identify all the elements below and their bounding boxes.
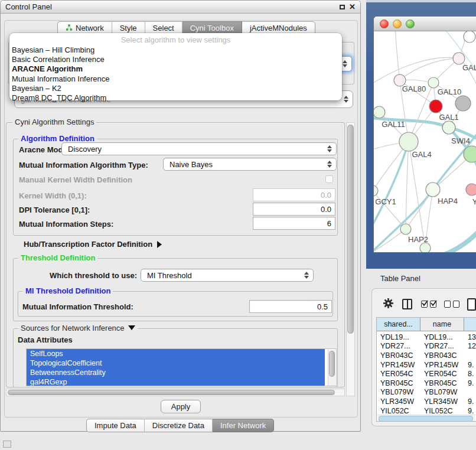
resize-grip[interactable]	[3, 441, 11, 448]
table-row[interactable]: YER054CYER054C8.	[377, 369, 476, 379]
network-canvas[interactable]: GALGAL80GAL10GAL1GAL11SWI4GAL4GCY1HAP4YH…	[374, 31, 476, 253]
combo-stepper-icon[interactable]	[341, 91, 353, 107]
deselect-checkbox-icon[interactable]	[444, 301, 451, 308]
mi-threshold-field[interactable]: 0.5	[249, 300, 332, 313]
select-all-checkbox-icon[interactable]	[421, 301, 428, 308]
tab-impute-data[interactable]: Impute Data	[86, 419, 145, 432]
network-node-gal10[interactable]	[428, 77, 439, 88]
network-node-gal4[interactable]	[399, 132, 418, 151]
column-header[interactable]: name	[420, 318, 464, 331]
node-label: GAL10	[438, 87, 461, 96]
combo-stepper-icon[interactable]	[324, 143, 336, 155]
table-horizontal-scrollbar[interactable]	[377, 415, 475, 422]
table-row[interactable]: YDL19...YDL19...13	[377, 332, 476, 342]
group-title: MI Threshold Definition	[23, 286, 113, 295]
scrollbar-thumb[interactable]	[347, 125, 354, 334]
network-node[interactable]	[455, 96, 471, 111]
split-columns-icon[interactable]	[402, 299, 412, 309]
column-header[interactable]: shared...	[377, 318, 420, 331]
network-node-gal[interactable]	[453, 53, 465, 64]
algorithm-option[interactable]: ARACNE Algorithm	[12, 64, 340, 74]
table-row[interactable]: YBL079WYBL079W	[377, 388, 476, 397]
new-table-icon[interactable]	[467, 298, 476, 311]
tab-infer-network[interactable]: Infer Network	[213, 419, 274, 432]
tab-discretize-data[interactable]: Discretize Data	[145, 419, 213, 432]
apply-button[interactable]: Apply	[161, 400, 201, 413]
network-node-gal1[interactable]	[429, 100, 442, 113]
attribute-item[interactable]: BetweennessCentrality	[27, 368, 325, 377]
algorithm-option[interactable]: Basic Correlation Inference	[12, 55, 340, 64]
expand-right-icon[interactable]	[157, 241, 162, 248]
mi-threshold-label: Mutual Information Threshold:	[22, 302, 133, 311]
table-row[interactable]: YLR345WYLR345W9.	[377, 397, 476, 406]
settings-vertical-scrollbar[interactable]	[346, 122, 355, 396]
kernel-width-field[interactable]: 0.0	[253, 188, 335, 201]
hub-definition-expander[interactable]: Hub/Transcription Factor Definition	[24, 240, 162, 249]
network-node-gal11[interactable]	[374, 106, 385, 118]
mac-zoom-icon[interactable]	[406, 19, 415, 28]
combo-stepper-icon[interactable]	[324, 158, 336, 170]
network-node-swi4[interactable]	[442, 121, 455, 134]
node-label: GAL80	[402, 84, 426, 93]
node-label: HAP2	[408, 235, 428, 244]
table-row[interactable]: YIL052CYIL052C9.	[377, 406, 476, 416]
dropdown-placeholder: Select algorithm to view settings	[9, 35, 342, 44]
settings-horizontal-scrollbar[interactable]	[6, 389, 345, 396]
deselect-checkbox-icon[interactable]	[453, 301, 459, 308]
algorithm-option[interactable]: Bayesian – Hill Climbing	[12, 45, 340, 55]
algorithm-option[interactable]: Mutual Information Inference	[12, 74, 340, 84]
table-cell: 13	[464, 333, 476, 341]
mi-steps-field[interactable]: 6	[253, 217, 335, 230]
algorithm-option[interactable]: Bayesian – K2	[12, 84, 340, 93]
table-cell: 8.	[464, 370, 476, 378]
table-cell: YLR345W	[420, 397, 464, 406]
aracne-mode-combo[interactable]: Discovery	[61, 142, 337, 155]
network-node[interactable]	[420, 243, 431, 253]
node-label: GAL	[462, 63, 476, 72]
group-title: Cyni Algorithm Settings	[12, 118, 96, 126]
combo-stepper-icon[interactable]	[301, 269, 313, 281]
network-icon	[66, 24, 73, 33]
algorithm-option[interactable]: Dream8 DC_TDC Algorithm	[12, 93, 340, 103]
attribute-item[interactable]: gal4RGexp	[27, 377, 325, 386]
network-window-titlebar[interactable]	[374, 17, 476, 31]
table-row[interactable]: YDR27...YDR27...12	[377, 342, 476, 351]
network-node-hap2[interactable]	[400, 224, 411, 234]
which-threshold-value: MI Threshold	[147, 271, 192, 280]
column-header[interactable]: A	[464, 318, 476, 331]
collapse-down-icon[interactable]	[128, 325, 135, 330]
scrollbar-thumb[interactable]	[379, 416, 473, 422]
list-scrollbar[interactable]	[328, 350, 335, 386]
table-row[interactable]: YBR045CYBR045C9.	[377, 379, 476, 388]
mi-type-combo[interactable]: Naive Bayes	[163, 158, 337, 171]
which-threshold-combo[interactable]: MI Threshold	[141, 269, 314, 282]
close-icon[interactable]: ✕	[349, 2, 356, 11]
desktop-top-strip	[366, 0, 476, 2]
float-window-icon[interactable]	[340, 5, 345, 9]
network-node-hap4[interactable]	[426, 182, 440, 197]
table-cell: YER054C	[377, 370, 420, 378]
attribute-item[interactable]: TopologicalCoefficient	[27, 358, 325, 368]
table-row[interactable]: YPR145WYPR145W9.	[377, 360, 476, 370]
data-attributes-list[interactable]: SelfLoopsTopologicalCoefficientBetweenne…	[26, 348, 337, 386]
attribute-item[interactable]: SelfLoops	[27, 349, 325, 358]
scrollbar-thumb[interactable]	[8, 390, 335, 395]
select-all-checkbox-icon[interactable]	[430, 301, 436, 308]
control-panel-titlebar[interactable]: Control Panel ✕	[1, 1, 360, 14]
manual-kernel-checkbox[interactable]	[325, 175, 333, 183]
network-node[interactable]	[464, 31, 475, 43]
mac-close-icon[interactable]	[380, 19, 389, 28]
table-row[interactable]: YBR043CYBR043C	[377, 351, 476, 360]
dpi-tolerance-field[interactable]: 0.0	[253, 203, 335, 216]
network-node-y[interactable]	[466, 184, 476, 195]
table-cell: YDR27...	[377, 342, 420, 350]
gear-icon[interactable]	[383, 298, 394, 311]
network-node-gcy1[interactable]	[374, 185, 378, 196]
network-view-window[interactable]: GALGAL80GAL10GAL1GAL11SWI4GAL4GCY1HAP4YH…	[373, 16, 476, 253]
sources-group-title[interactable]: Sources for Network Inference	[18, 324, 138, 332]
node-label: SWI4	[451, 136, 470, 145]
which-threshold-label: Which threshold to use:	[50, 271, 137, 280]
manual-kernel-label: Manual Kernel Width Definition	[19, 175, 132, 184]
scrollbar-thumb[interactable]	[329, 351, 335, 377]
mac-minimize-icon[interactable]	[393, 19, 402, 28]
